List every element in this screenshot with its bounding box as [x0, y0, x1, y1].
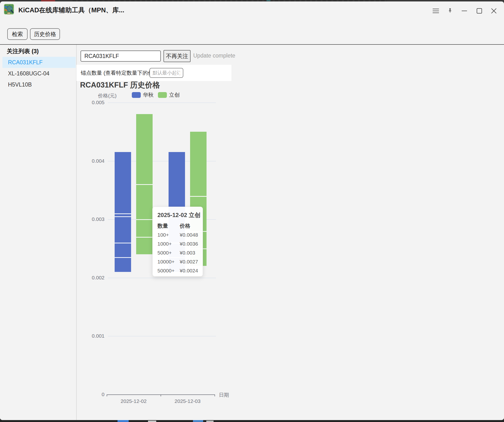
x-axis-name: 日期 — [219, 392, 229, 398]
tab-search[interactable]: 检索 — [7, 28, 28, 40]
maximize-button[interactable] — [474, 6, 485, 16]
bar-tier-separator — [115, 216, 131, 217]
watchlist-item-XL-1608UGC-04[interactable]: XL-1608UGC-04 — [0, 68, 76, 79]
bar-tier-separator — [169, 243, 185, 243]
minimize-button[interactable] — [459, 6, 470, 16]
y-tick-label: 0.003 — [83, 216, 104, 222]
legend-swatch-立创 — [158, 92, 167, 98]
chart-legend: 华秋立创 — [132, 91, 180, 99]
legend-item-华秋[interactable]: 华秋 — [132, 91, 154, 99]
bar-tier-separator — [190, 231, 207, 232]
watchlist-header: 关注列表 (3) — [7, 47, 39, 55]
window-title: KiCAD在线库辅助工具（MPN、库... — [18, 6, 124, 15]
price-bar-立创-2025-12-02[interactable] — [136, 114, 153, 254]
legend-item-立创[interactable]: 立创 — [158, 91, 180, 99]
y-tick-label: 0.004 — [83, 158, 104, 164]
bar-tier-separator — [115, 213, 131, 214]
taskbar-fragment-light-2 — [206, 421, 214, 422]
chart-title: RCA031KFLF 历史价格 — [80, 80, 160, 90]
y-tick-label: 0.005 — [83, 100, 104, 105]
gridline-0.002 — [108, 278, 216, 278]
taskbar-fragment-blue-2 — [193, 420, 203, 422]
price-bar-华秋-2025-12-02[interactable] — [115, 152, 131, 272]
tab-history-price[interactable]: 历史价格 — [30, 28, 60, 40]
price-history-chart: RCA031KFLF 历史价格 价格(元) 华秋立创 00.0010.0020.… — [77, 45, 504, 420]
watchlist: RCA031KFLFXL-1608UGC-04H5VL10B — [0, 57, 76, 90]
y-tick-label: 0 — [83, 392, 104, 397]
bar-tier-separator — [136, 184, 153, 185]
maximize-icon — [476, 8, 482, 14]
menu-icon — [432, 8, 439, 14]
close-button[interactable] — [489, 6, 499, 16]
minimize-icon — [461, 8, 467, 14]
legend-label: 立创 — [169, 91, 180, 99]
y-tick-label: 0.001 — [83, 333, 104, 339]
status-text: Update complete — [193, 52, 235, 59]
x-category-label: 2025-12-03 — [175, 398, 200, 404]
legend-label: 华秋 — [143, 91, 154, 99]
bar-tier-separator — [190, 248, 207, 249]
app-window: KiCAD在线库辅助工具（MPN、库... — [0, 1, 504, 420]
gridline-0.005 — [108, 102, 216, 103]
taskbar-fragment-light-1 — [148, 421, 156, 422]
watchlist-sidebar: 关注列表 (3) RCA031KFLFXL-1608UGC-04H5VL10B — [0, 45, 76, 420]
price-bar-立创-2025-12-03[interactable] — [190, 132, 207, 266]
bar-tier-separator — [169, 216, 185, 217]
main-pane: 不再关注 Update complete 锚点数量 (查看特定数量下的价格): … — [77, 45, 504, 420]
bar-tier-separator — [190, 196, 207, 197]
bar-tier-separator — [115, 243, 131, 243]
x-category-label: 2025-12-02 — [121, 398, 147, 404]
bar-tier-separator — [136, 237, 153, 238]
menu-button[interactable] — [430, 6, 441, 16]
pin-icon — [447, 8, 453, 14]
bar-tier-separator — [169, 213, 185, 214]
taskbar-fragment-blue-1 — [118, 420, 129, 422]
background-bottom-strip — [0, 420, 504, 422]
watchlist-item-H5VL10B[interactable]: H5VL10B — [0, 79, 76, 90]
x-axis-tick — [161, 394, 161, 396]
pin-button[interactable] — [445, 6, 455, 16]
anchor-quantity-panel: 锚点数量 (查看特定数量下的价格): — [76, 65, 231, 81]
x-axis-tick — [215, 394, 215, 396]
price-bar-华秋-2025-12-03[interactable] — [169, 152, 185, 272]
bar-tier-separator — [115, 257, 131, 258]
anchor-quantity-input[interactable] — [149, 68, 183, 78]
x-axis-tick — [107, 394, 107, 396]
background-teal-fragment — [267, 0, 270, 1]
titlebar: KiCAD在线库辅助工具（MPN、库... — [0, 1, 504, 18]
bar-tier-separator — [169, 257, 185, 258]
close-icon — [491, 8, 497, 14]
y-tick-label: 0.002 — [83, 275, 104, 281]
bar-tier-separator — [136, 219, 153, 220]
legend-swatch-华秋 — [132, 92, 141, 98]
mpn-input[interactable] — [81, 51, 161, 62]
watchlist-item-RCA031KFLF[interactable]: RCA031KFLF — [2, 57, 76, 68]
x-axis-line — [107, 394, 215, 395]
unfollow-button[interactable]: 不再关注 — [163, 50, 191, 62]
y-axis-name: 价格(元) — [98, 92, 117, 99]
gridline-0.001 — [108, 336, 216, 336]
app-icon — [3, 4, 15, 15]
